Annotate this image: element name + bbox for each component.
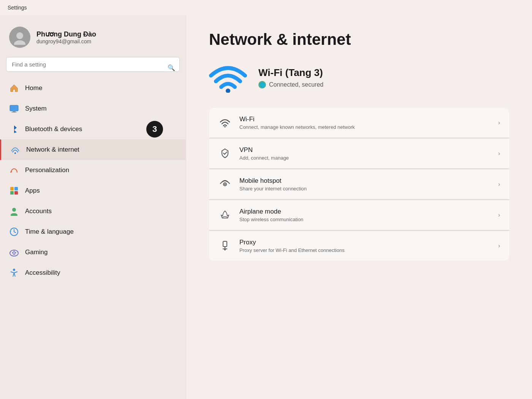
svg-rect-7 bbox=[14, 187, 18, 190]
apps-icon bbox=[9, 186, 19, 196]
wifi-name: Wi-Fi (Tang 3) bbox=[258, 67, 323, 79]
sidebar-item-apps-label: Apps bbox=[25, 187, 40, 195]
svg-point-19 bbox=[13, 269, 15, 271]
svg-point-5 bbox=[14, 152, 16, 154]
sidebar-item-bluetooth-label: Bluetooth & devices bbox=[25, 125, 82, 133]
bluetooth-icon bbox=[9, 124, 19, 134]
setting-card-hotspot[interactable]: Mobile hotspot Share your internet conne… bbox=[209, 169, 509, 200]
wifi-status-text: Connected, secured bbox=[269, 81, 323, 88]
user-email: dungroy94@gmail.com bbox=[36, 38, 96, 44]
user-profile: Phương Dung Đào dungroy94@gmail.com bbox=[0, 15, 186, 57]
wifi-card-info: Wi-Fi Connect, manage known networks, me… bbox=[239, 116, 355, 130]
svg-point-21 bbox=[224, 126, 226, 127]
hotspot-card-title: Mobile hotspot bbox=[239, 177, 307, 185]
avatar bbox=[9, 27, 30, 48]
user-name: Phương Dung Đào bbox=[36, 30, 96, 38]
wifi-hero-icon bbox=[209, 62, 247, 93]
svg-point-18 bbox=[14, 251, 15, 252]
sidebar-item-personalization[interactable]: Personalization bbox=[0, 160, 186, 180]
airplane-card-icon bbox=[218, 208, 232, 222]
sidebar-item-network[interactable]: Network & internet bbox=[0, 139, 186, 160]
settings-cards: Wi-Fi Connect, manage known networks, me… bbox=[209, 108, 509, 261]
sidebar-item-gaming[interactable]: Gaming bbox=[0, 242, 186, 263]
wifi-card-icon bbox=[218, 116, 232, 130]
sidebar-item-accounts[interactable]: Accounts bbox=[0, 201, 186, 222]
sidebar-item-system[interactable]: System bbox=[0, 98, 186, 119]
vpn-card-icon bbox=[218, 147, 232, 160]
proxy-card-arrow: › bbox=[498, 242, 500, 249]
proxy-card-title: Proxy bbox=[239, 239, 345, 246]
hotspot-card-icon bbox=[218, 177, 232, 191]
vpn-card-desc: Add, connect, manage bbox=[239, 155, 289, 161]
sidebar-item-home[interactable]: Home bbox=[0, 78, 186, 98]
svg-rect-9 bbox=[14, 191, 18, 195]
svg-rect-4 bbox=[11, 112, 17, 112]
svg-point-20 bbox=[226, 89, 230, 93]
svg-rect-3 bbox=[13, 111, 16, 112]
setting-card-proxy[interactable]: Proxy Proxy server for Wi-Fi and Etherne… bbox=[209, 231, 509, 261]
sidebar-item-accessibility[interactable]: Accessibility bbox=[0, 263, 186, 283]
svg-point-11 bbox=[11, 213, 17, 216]
svg-point-10 bbox=[12, 208, 16, 212]
search-input[interactable] bbox=[6, 57, 180, 72]
accounts-icon bbox=[9, 206, 19, 216]
hotspot-card-info: Mobile hotspot Share your internet conne… bbox=[239, 177, 307, 192]
setting-card-wifi[interactable]: Wi-Fi Connect, manage known networks, me… bbox=[209, 108, 509, 138]
svg-point-23 bbox=[224, 184, 226, 185]
system-icon bbox=[9, 104, 19, 114]
svg-point-16 bbox=[15, 252, 16, 253]
sidebar-item-accessibility-label: Accessibility bbox=[25, 269, 60, 277]
svg-point-17 bbox=[14, 254, 15, 255]
sidebar-item-time[interactable]: Time & language bbox=[0, 222, 186, 242]
wifi-hero: Wi-Fi (Tang 3) 🌐 Connected, secured bbox=[209, 62, 509, 93]
hotspot-card-desc: Share your internet connection bbox=[239, 186, 307, 192]
main-layout: Phương Dung Đào dungroy94@gmail.com 🔍 Ho… bbox=[0, 15, 532, 399]
sidebar-item-apps[interactable]: Apps bbox=[0, 180, 186, 201]
content-area: Network & internet Wi-Fi (Tang 3) 🌐 Conn… bbox=[186, 15, 532, 399]
wifi-card-title: Wi-Fi bbox=[239, 116, 355, 123]
titlebar: Settings bbox=[0, 0, 532, 15]
vpn-card-title: VPN bbox=[239, 146, 289, 154]
search-icon: 🔍 bbox=[168, 64, 175, 71]
sidebar-item-home-label: Home bbox=[25, 84, 42, 92]
airplane-card-desc: Stop wireless communication bbox=[239, 217, 303, 222]
home-icon bbox=[9, 83, 19, 93]
sidebar-item-time-label: Time & language bbox=[25, 228, 74, 236]
accessibility-icon bbox=[9, 268, 19, 278]
sidebar-item-bluetooth[interactable]: Bluetooth & devices 3 bbox=[0, 119, 186, 139]
nav-list: Home System bbox=[0, 78, 186, 283]
globe-icon: 🌐 bbox=[258, 81, 266, 89]
svg-rect-24 bbox=[223, 241, 227, 247]
time-icon bbox=[9, 227, 19, 237]
wifi-card-arrow: › bbox=[498, 119, 500, 126]
svg-point-15 bbox=[12, 252, 13, 253]
setting-card-vpn[interactable]: VPN Add, connect, manage › bbox=[209, 139, 509, 169]
wifi-status: 🌐 Connected, secured bbox=[258, 81, 323, 89]
sidebar-item-system-label: System bbox=[25, 105, 47, 112]
svg-point-25 bbox=[224, 249, 226, 250]
airplane-card-title: Airplane mode bbox=[239, 208, 303, 215]
proxy-card-desc: Proxy server for Wi-Fi and Ethernet conn… bbox=[239, 247, 345, 253]
user-info: Phương Dung Đào dungroy94@gmail.com bbox=[36, 30, 96, 44]
search-container: 🔍 bbox=[0, 57, 186, 78]
svg-rect-2 bbox=[10, 105, 18, 111]
airplane-card-info: Airplane mode Stop wireless communicatio… bbox=[239, 208, 303, 222]
page-title: Network & internet bbox=[209, 30, 509, 49]
svg-point-1 bbox=[14, 40, 25, 45]
bluetooth-badge: 3 bbox=[146, 121, 163, 138]
svg-rect-8 bbox=[10, 191, 14, 195]
titlebar-title: Settings bbox=[8, 5, 27, 11]
vpn-card-arrow: › bbox=[498, 150, 500, 157]
svg-point-0 bbox=[16, 32, 23, 39]
personalization-icon bbox=[9, 165, 19, 175]
sidebar-item-accounts-label: Accounts bbox=[25, 207, 52, 215]
sidebar: Phương Dung Đào dungroy94@gmail.com 🔍 Ho… bbox=[0, 15, 186, 399]
setting-card-airplane[interactable]: Airplane mode Stop wireless communicatio… bbox=[209, 200, 509, 230]
wifi-card-desc: Connect, manage known networks, metered … bbox=[239, 124, 355, 130]
sidebar-item-personalization-label: Personalization bbox=[25, 166, 69, 174]
avatar-icon bbox=[12, 30, 27, 45]
svg-rect-6 bbox=[10, 187, 14, 190]
sidebar-item-gaming-label: Gaming bbox=[25, 249, 48, 256]
proxy-card-icon bbox=[218, 239, 232, 253]
proxy-card-info: Proxy Proxy server for Wi-Fi and Etherne… bbox=[239, 239, 345, 253]
